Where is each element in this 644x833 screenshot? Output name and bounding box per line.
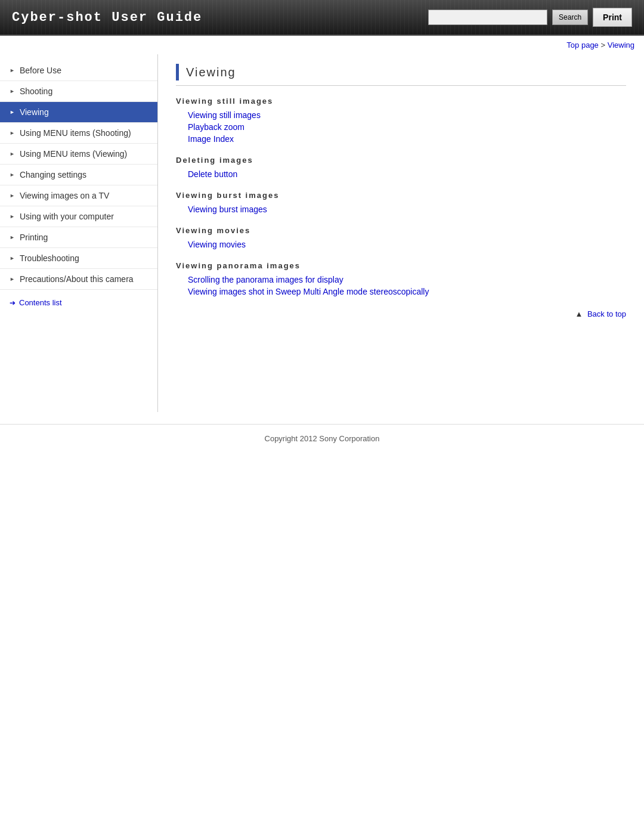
sidebar-item-label: Using with your computer [20, 212, 114, 221]
sidebar-item-viewing-on-tv[interactable]: ► Viewing images on a TV [0, 185, 157, 206]
arrow-icon: ► [10, 276, 15, 282]
sidebar-item-label: Changing settings [20, 170, 86, 179]
sidebar-item-using-menu-viewing[interactable]: ► Using MENU items (Viewing) [0, 144, 157, 165]
arrow-icon: ► [10, 151, 15, 157]
arrow-icon: ► [10, 67, 15, 73]
arrow-icon: ► [10, 130, 15, 136]
arrow-icon: ► [10, 213, 15, 219]
arrow-right-icon: ➔ [10, 299, 16, 307]
section-heading-3: Viewing movies [176, 226, 626, 235]
print-button[interactable]: Print [593, 8, 632, 27]
sidebar-item-label: Using MENU items (Viewing) [20, 149, 127, 159]
sidebar-item-troubleshooting[interactable]: ► Troubleshooting [0, 248, 157, 269]
section-link-3-0[interactable]: Viewing movies [176, 239, 626, 250]
section-link-0-1[interactable]: Playback zoom [176, 121, 626, 133]
section-heading-2: Viewing burst images [176, 191, 626, 200]
copyright-text: Copyright 2012 Sony Corporation [265, 434, 380, 443]
section-link-0-0[interactable]: Viewing still images [176, 109, 626, 121]
section-heading-0: Viewing still images [176, 97, 626, 106]
section-link-2-0[interactable]: Viewing burst images [176, 203, 626, 215]
sidebar-item-printing[interactable]: ► Printing [0, 227, 157, 248]
back-to-top-link[interactable]: ▲ Back to top [176, 309, 626, 318]
section-link-4-1[interactable]: Viewing images shot in Sweep Multi Angle… [176, 286, 626, 298]
sidebar-item-label: Before Use [20, 66, 61, 75]
search-input[interactable] [428, 10, 547, 25]
sidebar-item-label: Viewing [20, 107, 49, 117]
header-controls: Search Print [428, 8, 644, 27]
sidebar-item-shooting[interactable]: ► Shooting [0, 81, 157, 102]
section-link-1-0[interactable]: Delete button [176, 168, 626, 180]
arrow-icon: ► [10, 193, 15, 199]
back-to-top-label: Back to top [587, 309, 626, 318]
main-layout: ► Before Use► Shooting► Viewing► Using M… [0, 54, 644, 412]
sidebar-item-before-use[interactable]: ► Before Use [0, 60, 157, 81]
section-heading-4: Viewing panorama images [176, 261, 626, 270]
sidebar-item-label: Viewing images on a TV [20, 191, 109, 200]
breadcrumb-separator: > [600, 41, 605, 49]
breadcrumb-top-link[interactable]: Top page [566, 41, 599, 49]
sidebar-item-viewing[interactable]: ► Viewing [0, 102, 157, 123]
main-content: Viewing Viewing still imagesViewing stil… [158, 54, 644, 412]
arrow-icon: ► [10, 109, 15, 115]
sidebar-item-label: Printing [20, 233, 48, 242]
arrow-icon: ► [10, 234, 15, 240]
sidebar-item-label: Shooting [20, 86, 52, 96]
sidebar-item-label: Using MENU items (Shooting) [20, 128, 131, 138]
section-link-0-2[interactable]: Image Index [176, 133, 626, 145]
breadcrumb-current[interactable]: Viewing [608, 41, 634, 49]
section-link-4-0[interactable]: Scrolling the panorama images for displa… [176, 274, 626, 286]
arrow-icon: ► [10, 172, 15, 178]
sidebar-item-using-with-computer[interactable]: ► Using with your computer [0, 206, 157, 227]
sidebar-item-label: Precautions/About this camera [20, 274, 134, 284]
triangle-icon: ▲ [575, 309, 583, 318]
sidebar-item-precautions[interactable]: ► Precautions/About this camera [0, 269, 157, 290]
sidebar-item-changing-settings[interactable]: ► Changing settings [0, 165, 157, 185]
page-title-bar [176, 64, 179, 80]
app-title: Cyber-shot User Guide [0, 10, 214, 25]
search-button[interactable]: Search [552, 10, 588, 25]
arrow-icon: ► [10, 88, 15, 94]
footer: Copyright 2012 Sony Corporation [0, 424, 644, 453]
section-heading-1: Deleting images [176, 156, 626, 165]
breadcrumb: Top page > Viewing [0, 36, 644, 54]
sidebar-item-label: Troubleshooting [20, 253, 79, 263]
page-title-section: Viewing [176, 64, 626, 86]
sidebar-item-using-menu-shooting[interactable]: ► Using MENU items (Shooting) [0, 123, 157, 144]
contents-list-link[interactable]: ➔ Contents list [0, 290, 157, 315]
sidebar: ► Before Use► Shooting► Viewing► Using M… [0, 54, 158, 412]
page-title: Viewing [186, 66, 236, 79]
sections-container: Viewing still imagesViewing still images… [176, 97, 626, 298]
contents-list-label: Contents list [19, 298, 62, 307]
header: Cyber-shot User Guide Search Print [0, 0, 644, 36]
arrow-icon: ► [10, 255, 15, 261]
